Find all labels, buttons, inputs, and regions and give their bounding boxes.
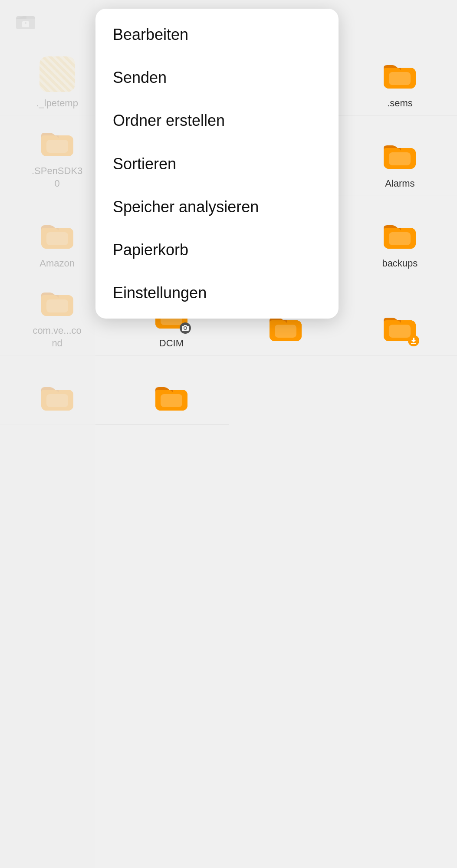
folder-solid-icon bbox=[382, 217, 418, 252]
folder-solid-icon bbox=[382, 137, 418, 172]
folder-icon-wrapper bbox=[152, 377, 191, 416]
file-item-alarms[interactable]: Alarms bbox=[343, 115, 457, 195]
folder-icon-wrapper bbox=[380, 307, 419, 346]
menu-item-senden[interactable]: Senden bbox=[95, 56, 339, 99]
folder-icon-wrapper bbox=[380, 215, 419, 254]
menu-item-papierkorb[interactable]: Papierkorb bbox=[95, 228, 339, 271]
menu-item-bearbeiten[interactable]: Bearbeiten bbox=[95, 13, 339, 56]
svg-rect-15 bbox=[389, 152, 411, 165]
overlay-dim bbox=[0, 0, 95, 868]
download-badge-icon bbox=[408, 335, 419, 346]
file-item-folder18[interactable] bbox=[114, 355, 228, 425]
folder-icon-wrapper bbox=[380, 55, 419, 94]
file-item-backups2[interactable]: backups bbox=[343, 195, 457, 275]
folder-solid-icon bbox=[382, 56, 418, 92]
menu-item-speicher-analysieren[interactable]: Speicher analysieren bbox=[95, 185, 339, 228]
file-label: DCIM bbox=[159, 337, 184, 350]
svg-rect-36 bbox=[275, 325, 296, 338]
folder-solid-icon bbox=[154, 378, 189, 414]
camera-badge-icon bbox=[180, 322, 191, 334]
context-menu: BearbeitenSendenOrdner erstellenSortiere… bbox=[95, 9, 339, 319]
svg-rect-27 bbox=[389, 232, 411, 245]
file-item-sems[interactable]: .sems bbox=[343, 46, 457, 115]
file-label: backups bbox=[382, 257, 418, 270]
menu-item-einstellungen[interactable]: Einstellungen bbox=[95, 271, 339, 314]
file-label: Alarms bbox=[385, 178, 414, 190]
file-item-folder16[interactable] bbox=[343, 275, 457, 355]
svg-rect-6 bbox=[389, 72, 411, 85]
svg-rect-45 bbox=[161, 394, 182, 407]
file-label: .sems bbox=[387, 97, 413, 110]
svg-rect-39 bbox=[389, 325, 411, 338]
menu-item-sortieren[interactable]: Sortieren bbox=[95, 142, 339, 185]
folder-icon-wrapper bbox=[380, 135, 419, 174]
menu-item-ordner-erstellen[interactable]: Ordner erstellen bbox=[95, 99, 339, 142]
